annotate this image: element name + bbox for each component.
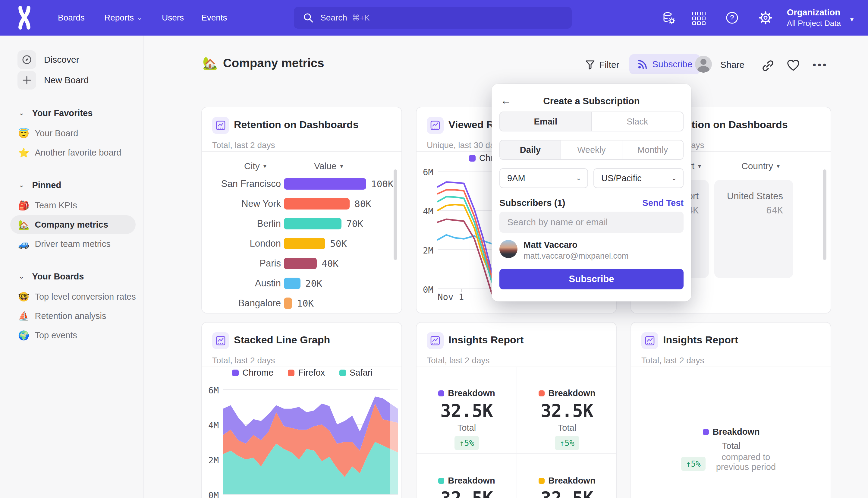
more-options-icon[interactable]: •••: [813, 59, 828, 71]
card-insights-report: Insights Report Total, last 2 days Break…: [416, 322, 617, 498]
metric-breakdown-3: Breakdown32.5KTotal↑5%: [416, 476, 517, 498]
card-title: Insights Report: [449, 334, 523, 346]
value-bar: [284, 198, 350, 210]
report-chart-icon: [212, 117, 229, 134]
card-title: Stacked Line Graph: [234, 334, 330, 346]
delta-badge: ↑5%: [681, 457, 706, 471]
board-emoji: 🎒: [18, 200, 29, 211]
tab-monthly[interactable]: Monthly: [622, 141, 683, 159]
subscriber-search-input[interactable]: [499, 212, 683, 233]
card-title: Insights Report: [663, 334, 738, 346]
tab-weekly[interactable]: Weekly: [561, 141, 622, 159]
svg-text:?: ?: [730, 14, 734, 22]
chevron-down-icon: ⌄: [576, 174, 582, 182]
card-subtitle: Total, last 2 days: [212, 141, 275, 150]
sidebar-section-your-boards[interactable]: ⌄Your Boards: [0, 268, 144, 285]
value-bar: [284, 238, 325, 249]
org-switcher[interactable]: Organization All Project Data: [787, 0, 841, 36]
table-row-paris[interactable]: Paris40K: [202, 258, 402, 270]
sidebar-item-driver-team-metrics[interactable]: 🚙Driver team metrics: [0, 235, 144, 253]
column-header-city[interactable]: City▾: [244, 161, 266, 171]
subscribers-label: Subscribers (1): [499, 198, 565, 208]
column-header-country[interactable]: Country▾: [742, 161, 780, 171]
tab-slack[interactable]: Slack: [591, 112, 683, 131]
filter-button[interactable]: Filter: [585, 60, 619, 70]
nav-boards[interactable]: Boards: [58, 0, 85, 36]
global-search-input[interactable]: Search ⌘+K: [294, 7, 572, 29]
subscriber-name: Matt Vaccaro: [523, 240, 577, 250]
table-row-berlin[interactable]: Berlin70K: [202, 218, 402, 230]
value-bar: [284, 178, 366, 189]
x-axis-label: Nov 1: [438, 292, 464, 302]
legend-safari: Safari: [339, 368, 373, 378]
compass-icon: [17, 50, 36, 69]
table-row-london[interactable]: London50K: [202, 238, 402, 250]
nav-events[interactable]: Events: [201, 0, 227, 36]
board-emoji: 🚙: [18, 239, 29, 249]
time-select[interactable]: 9AM⌄: [499, 168, 588, 188]
table-row-bangalore[interactable]: Bangalore10K: [202, 297, 402, 309]
scrollbar[interactable]: [393, 169, 397, 260]
settings-gear-icon[interactable]: [759, 11, 772, 24]
table-row-san-francisco[interactable]: San Francisco100K: [202, 178, 402, 190]
help-icon[interactable]: ?: [725, 11, 739, 24]
apps-grid-icon[interactable]: [692, 11, 705, 24]
sidebar-item-team-kpis[interactable]: 🎒Team KPIs: [0, 196, 144, 215]
search-placeholder: Search: [320, 13, 347, 23]
sidebar-item-retention-analysis[interactable]: ⛵Retention analysis: [0, 306, 144, 325]
mixpanel-logo-icon[interactable]: [16, 6, 33, 29]
metric-breakdown-1: Breakdown32.5KTotal↑5%: [416, 388, 517, 450]
nav-users[interactable]: Users: [162, 0, 184, 36]
card-title: Retention on Dashboards: [234, 119, 359, 131]
sidebar-item-another-favorite-board[interactable]: ⭐Another favorite board: [0, 143, 144, 162]
card-subtitle: Total, last 2 days: [212, 356, 275, 365]
subscriber-row[interactable]: Matt Vaccaro matt.vaccaro@mixpanel.com: [499, 240, 683, 260]
delta-badge: ↑5%: [555, 436, 579, 450]
sidebar-item-discover[interactable]: Discover: [0, 50, 144, 69]
channel-segmented-control: Email Slack: [499, 112, 683, 131]
nav-reports[interactable]: Reports⌄: [104, 0, 142, 36]
sidebar-section-your-favorites[interactable]: ⌄Your Favorites: [0, 105, 144, 121]
subscriber-avatar: [499, 240, 518, 258]
data-management-icon[interactable]: [662, 11, 676, 24]
column-header-value[interactable]: Value▾: [314, 161, 343, 171]
tab-email[interactable]: Email: [500, 112, 591, 131]
sidebar-item-your-board[interactable]: 😇Your Board: [0, 124, 144, 143]
funnel-icon: [585, 60, 595, 70]
chevron-down-icon: ⌄: [19, 181, 24, 189]
tab-daily[interactable]: Daily: [500, 141, 561, 159]
sidebar-item-top-level-conversion-rates[interactable]: 🤓Top level conversion rates: [0, 287, 144, 306]
timezone-select[interactable]: US/Pacific⌄: [593, 168, 683, 188]
modal-title: Create a Subscription: [492, 96, 691, 107]
table-row-austin[interactable]: Austin20K: [202, 277, 402, 289]
card-subtitle: Total, last 2 days: [641, 356, 704, 365]
copy-link-icon[interactable]: [761, 59, 775, 73]
chevron-down-icon: ⌄: [19, 273, 24, 280]
report-chart-icon: [427, 117, 444, 134]
board-emoji: 🤓: [18, 291, 29, 302]
scrollbar[interactable]: [823, 169, 826, 260]
subscribe-button[interactable]: Subscribe: [629, 54, 700, 74]
sidebar-item-top-events[interactable]: 🌍Top events: [0, 326, 144, 344]
sidebar-item-new-board[interactable]: New Board: [0, 70, 144, 90]
sidebar-item-company-metrics[interactable]: 🏡Company metrics: [0, 215, 144, 234]
metric-breakdown-2: Breakdown32.5KTotal↑5%: [517, 388, 617, 450]
share-button[interactable]: Share: [720, 60, 745, 70]
metric-breakdown: Breakdown Total ↑5% compared to previous…: [681, 427, 782, 472]
card-stacked-line-graph: Stacked Line Graph Total, last 2 days Ch…: [201, 322, 402, 498]
modal-subscribe-button[interactable]: Subscribe: [499, 269, 683, 289]
comparison-note: compared to previous period: [710, 452, 782, 472]
top-navigation-bar: Boards Reports⌄ Users Events Search ⌘+K …: [0, 0, 868, 36]
create-subscription-modal: ← Create a Subscription Email Slack Dail…: [492, 84, 691, 301]
board-emoji: ⭐: [18, 147, 29, 158]
country-cell[interactable]: United States 64K: [714, 180, 793, 278]
avatar[interactable]: [695, 56, 712, 73]
send-test-link[interactable]: Send Test: [643, 198, 683, 208]
table-row-new-york[interactable]: New York80K: [202, 198, 402, 210]
favorite-heart-icon[interactable]: [787, 59, 800, 72]
card-insights-report-2: Insights Report Total, last 2 days Break…: [630, 322, 831, 498]
report-chart-icon: [212, 332, 229, 349]
search-shortcut: ⌘+K: [352, 13, 370, 23]
sidebar-section-pinned[interactable]: ⌄Pinned: [0, 176, 144, 194]
sidebar: Discover New Board ⌄Your Favorites😇Your …: [0, 36, 144, 498]
